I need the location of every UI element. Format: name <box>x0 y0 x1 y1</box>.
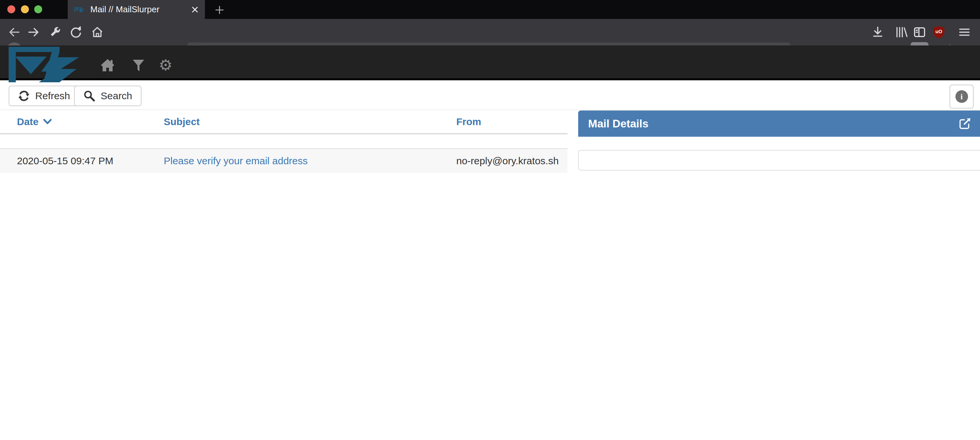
browser-tab[interactable]: Mail // MailSlurper <box>68 0 205 19</box>
mail-list: Date Subject From 2020-05-15 09:47 PM Pl… <box>0 110 568 173</box>
mail-table-header-row: Date Subject From <box>0 110 568 134</box>
menu-hamburger-icon[interactable] <box>958 27 970 38</box>
info-icon: i <box>955 90 968 103</box>
column-header-from[interactable]: From <box>456 110 568 134</box>
mail-details-body <box>578 150 980 170</box>
back-arrow-icon[interactable] <box>8 26 21 38</box>
filter-icon[interactable] <box>132 60 145 71</box>
window-minimize-button[interactable] <box>21 5 29 13</box>
mailslurper-favicon-icon <box>75 7 85 12</box>
mail-from-cell: no-reply@ory.kratos.sh <box>456 149 568 173</box>
downloads-icon[interactable] <box>872 26 884 38</box>
ublock-origin-icon[interactable]: uO <box>932 25 945 39</box>
info-button[interactable]: i <box>950 84 974 108</box>
app-navbar: ⚙ <box>0 46 980 80</box>
mail-toolbar: Refresh Search i <box>0 82 980 110</box>
browser-tab-bar: Mail // MailSlurper <box>0 0 980 19</box>
search-label: Search <box>100 90 132 102</box>
new-tab-button[interactable] <box>215 6 224 14</box>
forward-button-icon[interactable] <box>27 26 40 38</box>
open-in-new-window-icon[interactable] <box>959 117 971 130</box>
app-home-icon[interactable] <box>100 59 115 72</box>
mail-subject-cell: Please verify your email address <box>164 149 456 173</box>
tab-title: Mail // MailSlurper <box>90 4 159 14</box>
wrench-icon[interactable] <box>49 26 61 38</box>
column-header-subject[interactable]: Subject <box>164 110 456 134</box>
library-icon[interactable] <box>895 26 908 38</box>
window-zoom-button[interactable] <box>34 5 42 13</box>
ublock-letters: uO <box>935 29 942 34</box>
search-button[interactable]: Search <box>74 86 142 106</box>
mail-subject-link[interactable]: Please verify your email address <box>164 155 308 166</box>
mail-table: Date Subject From 2020-05-15 09:47 PM Pl… <box>0 110 568 173</box>
search-icon <box>83 90 95 102</box>
window-close-button[interactable] <box>7 5 15 13</box>
browser-nav-toolbar: 127.0.0.1:4436 ••• <box>0 19 980 46</box>
spacer-row <box>0 134 568 149</box>
column-header-date[interactable]: Date <box>0 110 164 134</box>
home-icon[interactable] <box>91 25 104 39</box>
mailslurper-logo[interactable] <box>9 46 84 84</box>
sidebar-icon[interactable] <box>913 26 926 38</box>
settings-gear-icon[interactable]: ⚙ <box>159 57 172 73</box>
reload-icon[interactable] <box>69 25 82 39</box>
refresh-icon <box>18 90 30 102</box>
mail-details-title: Mail Details <box>588 118 649 130</box>
sort-chevron-down-icon <box>43 119 52 124</box>
mail-date-cell: 2020-05-15 09:47 PM <box>0 149 164 173</box>
refresh-button[interactable]: Refresh <box>9 86 80 106</box>
mail-details-header: Mail Details <box>578 111 980 137</box>
mail-row[interactable]: 2020-05-15 09:47 PM Please verify your e… <box>0 149 568 173</box>
tab-close-icon[interactable] <box>191 6 199 14</box>
refresh-label: Refresh <box>35 90 70 102</box>
